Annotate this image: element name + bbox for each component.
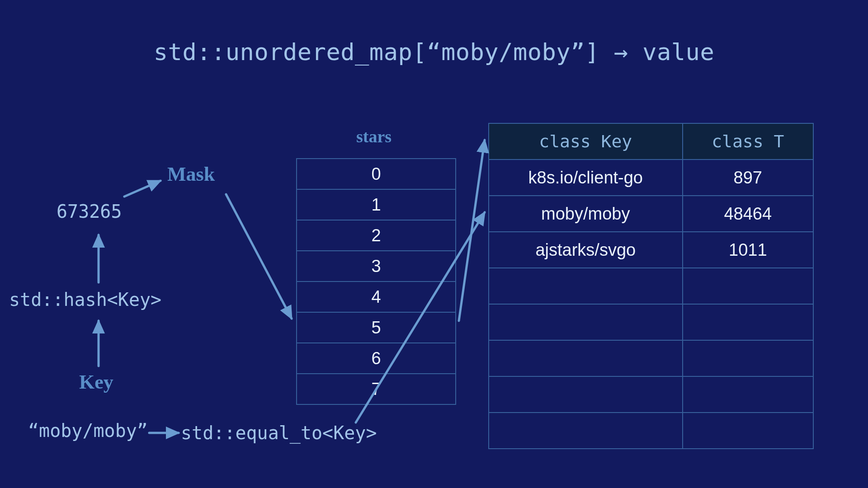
kv-cell-val (683, 413, 813, 449)
bucket-row: 1 (297, 189, 455, 220)
kv-cell-key (489, 376, 683, 413)
kv-table: class Key class T k8s.io/client-go 897 m… (488, 123, 814, 449)
bucket-row: 0 (297, 159, 455, 189)
bucket-row: 5 (297, 312, 455, 343)
kv-cell-val (683, 340, 813, 376)
kv-cell-val (683, 268, 813, 304)
kv-cell-val: 1011 (683, 232, 813, 268)
kv-row: k8s.io/client-go 897 (489, 160, 813, 196)
kv-row (489, 413, 813, 449)
arrow-mask-to-bucket (226, 194, 292, 319)
kv-cell-val: 897 (683, 160, 813, 196)
key-label: Key (79, 371, 113, 394)
key-value: “moby/moby” (28, 420, 148, 441)
kv-cell-key (489, 268, 683, 304)
kv-cell-key (489, 340, 683, 376)
kv-header-key: class Key (489, 123, 683, 160)
kv-header-val: class T (683, 123, 813, 160)
bucket-row: 6 (297, 343, 455, 373)
bucket-row: 3 (297, 250, 455, 281)
kv-cell-key (489, 304, 683, 340)
arrow-bucket-to-table (459, 140, 485, 321)
kv-row (489, 304, 813, 340)
kv-cell-val (683, 304, 813, 340)
kv-cell-key: k8s.io/client-go (489, 160, 683, 196)
mask-label: Mask (167, 163, 215, 186)
hash-label: std::hash<Key> (9, 289, 161, 310)
kv-cell-val (683, 376, 813, 413)
kv-cell-val: 48464 (683, 196, 813, 232)
kv-row (489, 376, 813, 413)
kv-cell-key: moby/moby (489, 196, 683, 232)
bucket-row: 2 (297, 220, 455, 250)
kv-row (489, 340, 813, 376)
bucket-list: 0 1 2 3 4 5 6 7 (296, 158, 456, 405)
kv-cell-key (489, 413, 683, 449)
kv-cell-key: ajstarks/svgo (489, 232, 683, 268)
bucket-row: 4 (297, 281, 455, 312)
bucket-row: 7 (297, 373, 455, 404)
kv-row: moby/moby 48464 (489, 196, 813, 232)
arrow-value-to-mask (124, 181, 160, 197)
kv-row: ajstarks/svgo 1011 (489, 232, 813, 268)
diagram-stage: std::unordered_map[“moby/moby”] → value … (0, 0, 868, 488)
hash-value: 673265 (57, 201, 122, 222)
equal-to-label: std::equal_to<Key> (181, 422, 377, 443)
stars-label: stars (356, 127, 392, 146)
kv-row (489, 268, 813, 304)
slide-title: std::unordered_map[“moby/moby”] → value (0, 38, 868, 66)
